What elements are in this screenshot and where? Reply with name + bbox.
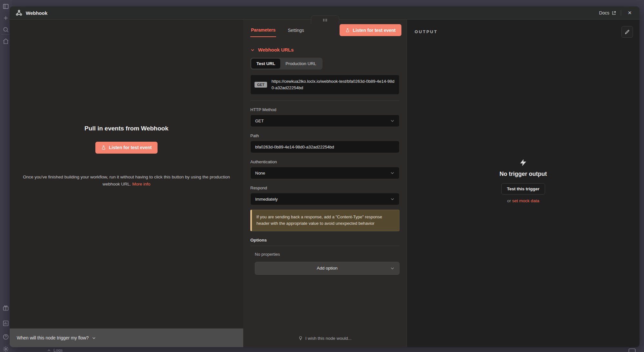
- header-separator: [621, 10, 621, 16]
- chevron-down-icon: [390, 171, 395, 175]
- respond-label: Respond: [250, 186, 399, 190]
- trigger-description: Once you've finished building your workf…: [23, 175, 230, 186]
- external-link-icon: [611, 11, 616, 15]
- webhook-url-row[interactable]: GET https://cewkua2lko.loclx.io/webhook-…: [250, 75, 399, 95]
- chevron-up-icon: [47, 348, 51, 352]
- http-method-select[interactable]: GET: [250, 115, 399, 127]
- docs-link[interactable]: Docs: [599, 10, 617, 15]
- input-panel: Pull in events from Webhook Listen for t…: [10, 20, 243, 347]
- lightbulb-icon: [298, 336, 303, 340]
- output-panel: OUTPUT No trigger output Test this trigg…: [407, 20, 639, 347]
- logs-label: Logs: [53, 348, 62, 352]
- whats-new-icon[interactable]: [3, 305, 9, 311]
- authentication-label: Authentication: [250, 159, 399, 164]
- chevron-down-icon: [390, 266, 395, 271]
- or-label: or: [507, 198, 511, 203]
- tab-settings[interactable]: Settings: [287, 26, 305, 37]
- trigger-heading: Pull in events from Webhook: [84, 125, 168, 132]
- output-empty-state: No trigger output Test this trigger or s…: [407, 158, 639, 203]
- path-input[interactable]: [250, 141, 399, 153]
- pencil-icon: [625, 29, 630, 34]
- webhook-urls-title: Webhook URLs: [258, 47, 294, 52]
- flask-icon: [101, 145, 106, 150]
- content-type-notice: If you are sending back a response, add …: [250, 210, 399, 231]
- chevron-down-icon: [390, 197, 395, 201]
- canvas-corner-icon[interactable]: [629, 348, 636, 352]
- chevron-down-icon: [390, 119, 395, 123]
- url-type-segmented-control: Test URL Production URL: [250, 58, 322, 70]
- lightning-icon: [519, 158, 527, 167]
- set-mock-data-link[interactable]: set mock data: [512, 198, 539, 203]
- trigger-info-footer[interactable]: When will this node trigger my flow?: [10, 328, 243, 347]
- respond-value: Immediately: [255, 197, 278, 202]
- wish-label: I wish this node would...: [305, 336, 351, 341]
- output-title: OUTPUT: [415, 29, 437, 34]
- listen-test-event-button-top[interactable]: Listen for test event: [340, 24, 401, 36]
- listen-test-event-top-label: Listen for test event: [353, 28, 396, 33]
- production-url-segment[interactable]: Production URL: [280, 59, 321, 69]
- options-divider: [250, 246, 399, 246]
- panel-toggle-icon[interactable]: [3, 3, 9, 10]
- edit-output-button[interactable]: [621, 26, 633, 38]
- docs-label: Docs: [599, 10, 610, 15]
- no-properties-text: No properties: [255, 252, 399, 257]
- listen-test-event-label: Listen for test event: [109, 145, 152, 150]
- logs-toggle[interactable]: Logs: [47, 348, 62, 352]
- chevron-down-icon: [250, 48, 255, 52]
- webhook-urls-section-toggle[interactable]: Webhook URLs: [250, 47, 399, 52]
- authentication-select[interactable]: None: [250, 167, 399, 179]
- section-divider: [250, 100, 399, 101]
- chevron-down-icon: [92, 336, 96, 340]
- path-label: Path: [250, 133, 399, 138]
- more-info-link[interactable]: More info: [132, 182, 150, 186]
- add-option-label: Add option: [317, 266, 338, 271]
- respond-select[interactable]: Immediately: [250, 193, 399, 205]
- parameters-panel: Parameters Settings Listen for test even…: [243, 20, 407, 347]
- http-method-label: HTTP Method: [250, 107, 399, 112]
- test-url-segment[interactable]: Test URL: [251, 59, 280, 69]
- home-icon[interactable]: [3, 38, 9, 44]
- settings-gear-icon[interactable]: [3, 346, 9, 352]
- no-trigger-output-title: No trigger output: [500, 171, 547, 177]
- options-label: Options: [250, 238, 399, 243]
- listen-test-event-button[interactable]: Listen for test event: [95, 142, 158, 154]
- node-wish-link[interactable]: I wish this node would...: [243, 329, 407, 347]
- add-option-select[interactable]: Add option: [255, 262, 399, 275]
- footer-question-label: When will this node trigger my flow?: [17, 335, 89, 340]
- templates-icon[interactable]: [3, 320, 9, 327]
- authentication-value: None: [255, 171, 265, 176]
- http-method-badge: GET: [255, 82, 267, 88]
- add-icon[interactable]: [3, 15, 9, 21]
- close-button[interactable]: ✕: [626, 9, 634, 16]
- http-method-value: GET: [255, 119, 264, 123]
- flask-icon: [345, 28, 350, 33]
- test-this-trigger-button[interactable]: Test this trigger: [501, 183, 545, 195]
- parameters-scroll-area: Webhook URLs Test URL Production URL GET…: [243, 38, 407, 329]
- tab-parameters[interactable]: Parameters: [250, 25, 276, 37]
- panel-drag-handle[interactable]: [311, 15, 339, 24]
- help-icon[interactable]: [3, 334, 9, 340]
- search-icon[interactable]: [3, 26, 9, 33]
- node-detail-modal: Webhook Docs ✕ Pull in events from Webho…: [10, 6, 639, 347]
- webhook-url-text: https://cewkua2lko.loclx.io/webhook-test…: [272, 78, 395, 91]
